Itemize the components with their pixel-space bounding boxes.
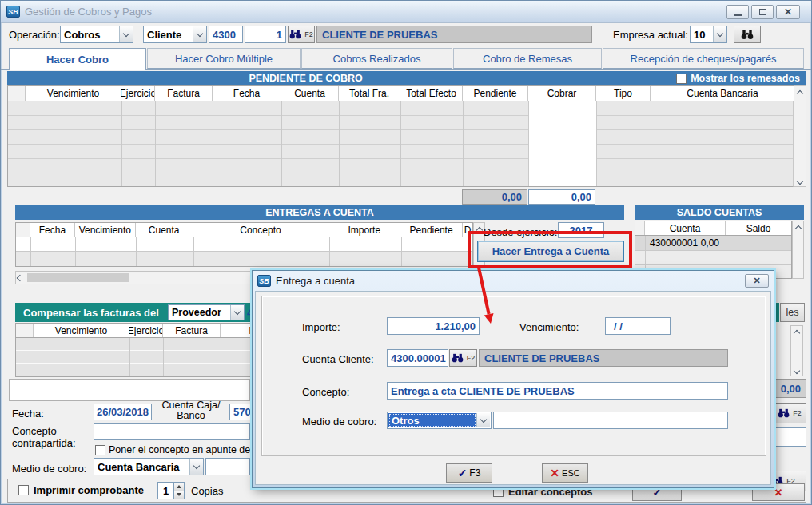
hacer-entrega-button[interactable]: Hacer Entrega a Cuenta	[477, 241, 624, 262]
col-factura[interactable]: Factura	[163, 324, 221, 337]
chevron-down-icon[interactable]	[230, 305, 244, 320]
col-fecha[interactable]: Fecha	[30, 223, 75, 237]
vencimiento-input[interactable]: / /	[605, 317, 671, 335]
col-cuenta[interactable]: Cuenta	[136, 223, 193, 237]
close-button[interactable]: ✕	[776, 5, 800, 19]
empresa-label: Empresa actual:	[613, 29, 688, 41]
tab-hacer-cobro[interactable]: Hacer Cobro	[9, 48, 146, 70]
dialog-close-button[interactable]: ✕	[745, 274, 769, 288]
col-fecha-clipped[interactable]: Fe	[221, 324, 252, 337]
close-icon: ✕	[753, 276, 760, 286]
search-client-f2-button[interactable]: F2	[288, 26, 315, 43]
scroll-down-icon[interactable]	[797, 178, 803, 185]
col-total-efecto[interactable]: Total Efecto	[400, 86, 463, 101]
search-f2-button[interactable]: F2	[773, 403, 806, 423]
medio-cobro-dialog-extra-field[interactable]	[493, 412, 728, 429]
restore-button[interactable]	[751, 5, 774, 19]
dialog-ok-button[interactable]: ✓ F3	[446, 463, 492, 483]
scroll-up-icon[interactable]	[794, 225, 801, 232]
compensar-scrollbar[interactable]	[790, 325, 803, 376]
col-vencimiento[interactable]: Vencimiento	[34, 324, 129, 337]
col-total-fra[interactable]: Total Fra.	[339, 86, 400, 101]
side-empty-field[interactable]	[771, 427, 806, 447]
col-vencimiento[interactable]: Vencimiento	[26, 86, 121, 101]
empresa-combo[interactable]: 10	[690, 26, 727, 43]
window-title: Gestión de Cobros y Pagos	[25, 6, 152, 18]
col-pendiente[interactable]: Pendiente	[463, 86, 528, 101]
scroll-left-icon[interactable]	[17, 274, 23, 280]
scroll-up-icon[interactable]	[476, 227, 482, 233]
total-cobrar[interactable]: 0,00	[528, 189, 595, 205]
compensar-selector-combo[interactable]: Proveedor	[168, 304, 245, 320]
search-empresa-button[interactable]	[734, 26, 761, 43]
entity-combo[interactable]: Cliente	[143, 26, 207, 43]
doc-number-input[interactable]: 1	[245, 26, 286, 43]
col-saldo[interactable]: Saldo	[726, 221, 791, 235]
copias-stepper[interactable]: 1	[157, 482, 185, 499]
search-cuenta-f2-button[interactable]: F2	[449, 349, 477, 367]
col-fecha[interactable]: Fecha	[213, 86, 281, 101]
concepto-input[interactable]: Entrega a cta CLIENTE DE PRUEBAS	[387, 382, 728, 400]
saldo-header-bar: SALDO CUENTAS	[635, 205, 804, 220]
saldo-row-saldo[interactable]: 0,00	[701, 237, 719, 249]
fecha-input[interactable]: 26/03/2018	[94, 404, 152, 420]
mostrar-remesados-checkbox[interactable]	[676, 74, 687, 84]
cuenta-cliente-input[interactable]: 4300.00001	[387, 349, 448, 367]
col-cobrar[interactable]: Cobrar	[528, 86, 596, 101]
concepto-contrapartida-input[interactable]	[94, 423, 250, 440]
col-concepto[interactable]: Concepto	[193, 223, 329, 237]
col-ejercicio[interactable]: Ejercicio	[129, 324, 163, 337]
minimize-button[interactable]	[726, 5, 749, 19]
importe-input[interactable]: 1.210,00	[387, 317, 480, 335]
tab-recepcion-cheques[interactable]: Recepción de cheques/pagarés	[603, 48, 804, 69]
pendiente-scrollbar[interactable]	[794, 85, 806, 187]
window-titlebar: SB Gestión de Cobros y Pagos ✕	[1, 1, 812, 23]
saldo-row-cuenta[interactable]: 430000001	[650, 237, 698, 249]
binoculars-icon	[452, 353, 464, 363]
medio-cobro-combo[interactable]: Cuenta Bancaria	[94, 458, 204, 475]
tab-hacer-cobro-multiple[interactable]: Hacer Cobro Múltiple	[147, 48, 301, 69]
concepto-contrapartida-label: Conceptocontrapartida:	[12, 425, 76, 449]
chevron-down-icon[interactable]	[189, 459, 203, 475]
dialog-title: Entrega a cuenta	[276, 275, 355, 287]
scroll-down-icon[interactable]	[794, 368, 800, 374]
chevron-down-icon[interactable]	[476, 413, 490, 427]
col-d-clipped[interactable]: D	[463, 223, 472, 237]
col-tipo[interactable]: Tipo	[596, 86, 651, 101]
col-cuenta[interactable]: Cuenta	[281, 86, 339, 101]
entregas-title: ENTREGAS A CUENTA	[265, 207, 374, 218]
medio-cobro-label: Medio de cobro:	[12, 463, 86, 475]
cuenta-cliente-label: Cuenta Cliente:	[302, 353, 374, 365]
minimize-icon	[734, 14, 742, 16]
compensar-concepto-field[interactable]	[9, 379, 250, 401]
poner-concepto-checkbox[interactable]	[95, 445, 105, 455]
medio-cobro-value: Cuenta Bancaria	[94, 461, 189, 473]
col-ejercicio[interactable]: Ejercicio	[121, 86, 155, 101]
imprimir-checkbox[interactable]	[18, 485, 29, 495]
entregas-header-bar: ENTREGAS A CUENTA	[15, 205, 624, 220]
side-button-fragment[interactable]: les	[780, 303, 805, 322]
col-cuenta[interactable]: Cuenta	[645, 221, 726, 235]
row-selector-header	[635, 221, 645, 235]
col-vencimiento[interactable]: Vencimiento	[75, 223, 136, 237]
col-cuenta-bancaria[interactable]: Cuenta Bancaria	[651, 86, 794, 101]
stepper-buttons[interactable]	[173, 483, 184, 499]
scrollbar-thumb[interactable]	[27, 273, 129, 282]
desde-ejercicio-input[interactable]: 2017	[558, 222, 604, 238]
dialog-cancel-button[interactable]: ✕ ESC	[542, 463, 588, 483]
chevron-down-icon[interactable]	[713, 26, 726, 42]
scroll-up-icon[interactable]	[794, 330, 800, 336]
scroll-up-icon[interactable]	[797, 90, 803, 97]
tab-cobro-remesas[interactable]: Cobro de Remesas	[453, 48, 602, 69]
saldo-scrollbar[interactable]	[792, 221, 804, 279]
tab-cobros-realizados[interactable]: Cobros Realizados	[301, 48, 452, 69]
col-pendiente[interactable]: Pendiente	[400, 223, 463, 237]
chevron-down-icon[interactable]	[119, 26, 133, 42]
account-input[interactable]: 4300	[209, 26, 243, 43]
medio-cobro-extra-field[interactable]	[205, 458, 250, 475]
operacion-combo[interactable]: Cobros	[60, 26, 133, 43]
chevron-down-icon[interactable]	[193, 26, 206, 42]
medio-cobro-dialog-combo[interactable]: Otros	[387, 412, 492, 429]
col-importe[interactable]: Importe	[328, 223, 400, 237]
col-factura[interactable]: Factura	[155, 86, 213, 101]
